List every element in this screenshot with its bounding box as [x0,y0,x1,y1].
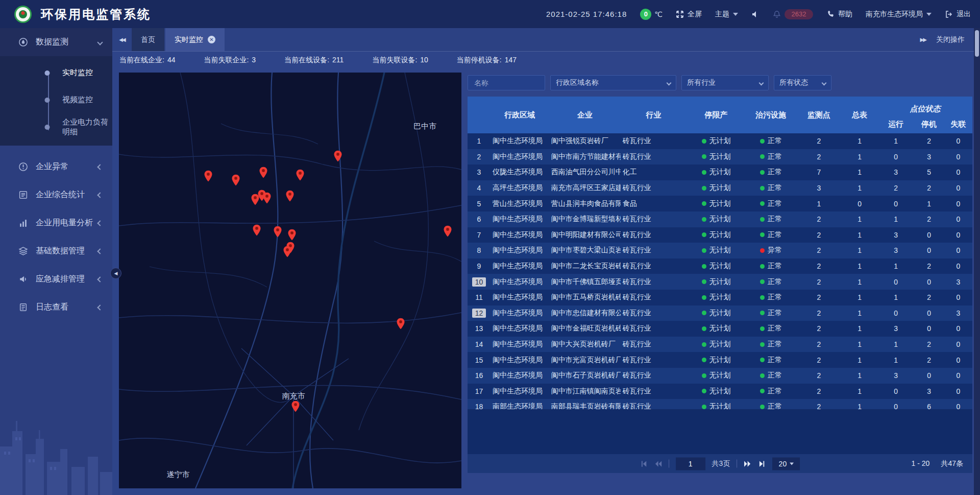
industry-filter-select[interactable]: 所有行业 [681,75,769,90]
row-company[interactable]: 阆中市金福旺页岩机砖 [549,324,621,333]
table-row[interactable]: 14 阆中生态环境局 阆中大兴页岩机砖厂 砖瓦行业 无计划 正常 2 1 1 2… [468,337,972,352]
page-size-select[interactable]: 20 [772,457,800,470]
name-filter-input[interactable] [473,78,540,87]
table-row[interactable]: 4 高坪生态环境局 南充市高坪区王家店建 砖瓦行业 无计划 正常 3 1 2 2… [468,180,972,196]
row-lost-count: 0 [944,340,972,348]
table-row[interactable]: 2 阆中生态环境局 阆中市南方节能建材有 砖瓦行业 无计划 正常 2 1 0 3… [468,149,972,165]
row-company[interactable]: 阆中大兴页岩机砖厂 [549,340,621,349]
table-row[interactable]: 11 阆中生态环境局 阆中市五马桥页岩机砖 砖瓦行业 无计划 正常 2 1 1 … [468,290,972,305]
sidebar-item-emergency-reduction[interactable]: 应急减排管理 [0,265,112,293]
table-header: 行政区域 企业 行业 停限产 治污设施 监测点 总表 点位状态 运行 停机 [468,97,972,133]
row-run-count: 1 [878,137,914,145]
row-region: 阆中生态环境局 [491,356,549,365]
row-limit-status: 无计划 [687,168,746,177]
help-button[interactable]: 帮助 [826,10,852,19]
table-row[interactable]: 6 阆中生态环境局 阆中市金博瑞新型墙材 砖瓦行业 无计划 正常 2 1 1 2… [468,211,972,227]
row-company[interactable]: 阆中市二龙长宝页岩砖 [549,262,621,271]
row-points: 2 [796,262,841,270]
row-region: 阆中生态环境局 [491,215,549,224]
table-row[interactable]: 15 阆中生态环境局 阆中市光富页岩机砖厂 砖瓦行业 无计划 正常 2 1 1 … [468,352,972,368]
row-limit-status: 无计划 [687,136,746,146]
status-dot-icon [702,326,706,331]
status-filter-select[interactable]: 所有状态 [774,75,831,90]
row-limit-status: 无计划 [687,183,746,193]
name-filter-field[interactable] [468,75,545,90]
row-lost-count: 0 [944,403,972,409]
tabs-scroll-left-button[interactable]: ◀◀ [112,28,132,51]
tabs-scroll-right-button[interactable]: ▶▶ [920,37,926,42]
row-company[interactable]: 南部县瑞丰页岩砖有限 [549,402,621,409]
stat-online-devices: 当前在线设备:211 [284,56,344,65]
row-company[interactable]: 阆中市江南镇阆南页岩 [549,387,621,396]
first-page-button[interactable] [640,460,648,467]
row-facility-status: 正常 [745,293,796,302]
row-company[interactable]: 阆中市五马桥页岩机砖 [549,293,621,302]
table-row[interactable]: 1 阆中生态环境局 阆中强锐页岩砖厂 砖瓦行业 无计划 正常 2 1 1 2 0 [468,133,972,149]
row-company[interactable]: 阆中市忠信建材有限公 [549,309,621,318]
col-index [468,97,491,133]
row-company[interactable]: 阆中明阳建材有限公司 [549,230,621,240]
row-company[interactable]: 阆中强锐页岩砖厂 [549,136,621,146]
table-row[interactable]: 7 阆中生态环境局 阆中明阳建材有限公司 砖瓦行业 无计划 正常 2 1 3 0… [468,227,972,243]
map-panel[interactable]: 巴中市南充市遂宁市 [119,73,461,488]
row-company[interactable]: 阆中市南方节能建材有 [549,152,621,161]
row-company[interactable]: 营山县润丰肉食品有限 [549,199,621,208]
table-row[interactable]: 5 营山生态环境局 营山县润丰肉食品有限 食品 无计划 正常 1 0 0 1 0 [468,196,972,211]
table-row[interactable]: 13 阆中生态环境局 阆中市金福旺页岩机砖 砖瓦行业 无计划 正常 2 1 3 … [468,321,972,337]
user-dropdown[interactable]: 南充市生态环境局 [866,10,932,19]
close-operations-button[interactable]: 关闭操作 [936,35,965,44]
panel-collapse-button[interactable]: ◀ [110,268,121,279]
scrollbar-thumb[interactable] [975,30,979,57]
table-row[interactable]: 8 阆中生态环境局 阆中市枣碧大梁山页岩 砖瓦行业 无计划 异常 2 1 3 0… [468,243,972,258]
sidebar-item-enterprise-statistics[interactable]: 企业综合统计 [0,181,112,209]
row-company[interactable]: 阆中市枣碧大梁山页岩 [549,246,621,255]
row-stop-count: 5 [914,168,944,176]
table-row[interactable]: 16 阆中生态环境局 阆中市石子页岩机砖厂 砖瓦行业 无计划 正常 2 1 3 … [468,368,972,384]
sidebar-item-data-monitoring[interactable]: 数据监测 [0,28,112,56]
stat-online-enterprises: 当前在线企业:44 [119,56,175,65]
table-row[interactable]: 18 南部生态环境局 南部县瑞丰页岩砖有限 砖瓦行业 无计划 正常 2 1 0 … [468,399,972,409]
table-row[interactable]: 17 阆中生态环境局 阆中市江南镇阆南页岩 砖瓦行业 无计划 正常 2 1 0 … [468,384,972,399]
page-number-input[interactable]: 1 [676,457,705,470]
sidebar-item-enterprise-abnormal[interactable]: 企业异常 [0,153,112,181]
row-company[interactable]: 阆中市光富页岩机砖厂 [549,356,621,365]
filter-bar: 行政区域名称 所有行业 所有状态 [468,75,972,90]
row-index: 7 [474,230,484,240]
logout-button[interactable]: 退出 [945,10,971,19]
notification-area[interactable]: 2632 [773,9,813,19]
region-filter-select[interactable]: 行政区域名称 [550,75,676,90]
sidebar-item-power-load-detail[interactable]: 企业电力负荷明细 [0,113,112,140]
row-company[interactable]: 阆中市千佛镇五郎垭页岩 [549,277,621,287]
row-index: 10 [472,277,486,287]
total-records-label: 共47条 [941,459,963,468]
sidebar-item-basic-data-management[interactable]: 基础数据管理 [0,237,112,265]
next-page-button[interactable] [744,460,751,467]
row-company[interactable]: 阆中市石子页岩机砖厂 [549,371,621,380]
table-row[interactable]: 9 阆中生态环境局 阆中市二龙长宝页岩砖 砖瓦行业 无计划 正常 2 1 1 2… [468,258,972,274]
theme-dropdown[interactable]: 主题 [715,10,738,19]
sidebar-item-electricity-analysis[interactable]: 企业用电量分析 [0,209,112,237]
row-company[interactable]: 西南油气田分公司川中 [549,168,621,177]
table-row[interactable]: 10 阆中生态环境局 阆中市千佛镇五郎垭页岩 砖瓦行业 无计划 正常 2 1 0… [468,274,972,290]
row-stop-count: 2 [914,356,944,364]
enterprise-panel: 行政区域名称 所有行业 所有状态 行政区域 [468,75,972,90]
tab-home[interactable]: 首页 [132,28,164,51]
sidebar-item-realtime-monitoring[interactable]: 实时监控 [0,59,112,86]
page-scrollbar[interactable] [974,28,980,495]
close-tab-icon[interactable]: ✕ [208,36,215,43]
previous-page-button[interactable] [654,460,662,467]
last-page-button[interactable] [758,460,766,467]
row-company[interactable]: 阆中市金博瑞新型墙材 [549,215,621,224]
row-company[interactable]: 南充市高坪区王家店建 [549,183,621,193]
row-industry: 砖瓦行业 [621,309,687,318]
row-points: 2 [796,278,841,286]
table-row[interactable]: 3 仪陇生态环境局 西南油气田分公司川中 化工 无计划 正常 7 1 3 5 0 [468,164,972,180]
fullscreen-button[interactable]: 全屏 [676,10,702,19]
table-row[interactable]: 12 阆中生态环境局 阆中市忠信建材有限公 砖瓦行业 无计划 正常 2 1 0 … [468,305,972,321]
speaker-icon[interactable] [751,10,760,18]
tab-realtime-monitoring[interactable]: 实时监控 ✕ [165,28,225,51]
sidebar-item-video-monitoring[interactable]: 视频监控 [0,86,112,113]
col-company: 企业 [549,97,621,133]
status-dot-icon [760,154,765,159]
sidebar-item-log-view[interactable]: 日志查看 [0,293,112,321]
